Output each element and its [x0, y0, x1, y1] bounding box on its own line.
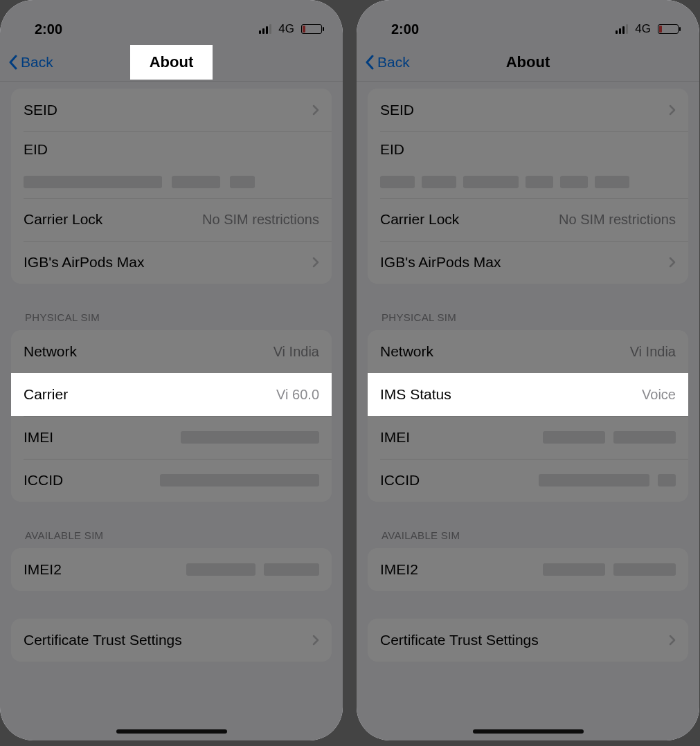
imei-label: IMEI: [380, 429, 410, 446]
ims-value: Voice: [642, 387, 676, 403]
carrier-lock-label: Carrier Lock: [380, 211, 459, 228]
imei2-label: IMEI2: [380, 561, 418, 578]
airpods-label: IGB's AirPods Max: [24, 254, 144, 271]
row-cert-trust[interactable]: Certificate Trust Settings: [368, 619, 688, 662]
network-value: Vi India: [273, 344, 319, 360]
redacted-value: [422, 176, 456, 188]
nav-header: Back About: [357, 43, 699, 82]
row-carrier-lock[interactable]: Carrier Lock No SIM restrictions: [368, 198, 688, 241]
row-ims-status[interactable]: IMS Status Voice: [368, 373, 688, 416]
home-indicator[interactable]: [116, 729, 227, 734]
chevron-right-icon: [669, 257, 676, 268]
chevron-left-icon: [365, 55, 375, 70]
row-eid[interactable]: EID: [368, 131, 688, 198]
eid-label: EID: [24, 141, 48, 158]
redacted-value: [560, 176, 588, 188]
cert-trust-label: Certificate Trust Settings: [24, 632, 182, 648]
redacted-value: [181, 431, 319, 444]
status-bar: 2:00 4G: [357, 0, 699, 43]
phone-left: 2:00 4G Back About SEID: [0, 0, 343, 740]
physical-sim-header: Physical SIM: [368, 284, 688, 330]
redacted-value: [264, 563, 319, 576]
row-carrier[interactable]: Carrier Vi 60.0: [11, 373, 332, 416]
chevron-left-icon: [8, 55, 18, 70]
seid-label: SEID: [380, 102, 414, 118]
cert-trust-label: Certificate Trust Settings: [380, 632, 539, 648]
page-title: About: [494, 51, 563, 74]
chevron-right-icon: [669, 635, 676, 646]
imei2-label: IMEI2: [24, 561, 62, 578]
row-imei2[interactable]: IMEI2: [368, 548, 688, 591]
network-type: 4G: [278, 22, 294, 36]
chevron-right-icon: [312, 104, 319, 116]
row-cert-trust[interactable]: Certificate Trust Settings: [11, 619, 332, 662]
carrier-lock-value: No SIM restrictions: [559, 212, 676, 228]
ims-label: IMS Status: [380, 386, 451, 403]
redacted-value: [230, 176, 255, 188]
redacted-value: [463, 176, 519, 188]
network-type: 4G: [635, 22, 651, 36]
home-indicator[interactable]: [473, 729, 584, 734]
carrier-label: Carrier: [24, 386, 68, 403]
chevron-right-icon: [312, 635, 319, 646]
row-eid[interactable]: EID: [11, 131, 332, 198]
iccid-label: ICCID: [24, 472, 63, 489]
carrier-lock-label: Carrier Lock: [24, 211, 102, 228]
row-iccid[interactable]: ICCID: [11, 459, 332, 502]
redacted-value: [380, 176, 415, 188]
row-airpods[interactable]: IGB's AirPods Max: [11, 241, 332, 284]
row-carrier-lock[interactable]: Carrier Lock No SIM restrictions: [11, 198, 332, 241]
row-seid[interactable]: SEID: [11, 89, 332, 131]
row-network[interactable]: Network Vi India: [11, 330, 332, 373]
redacted-value: [613, 563, 676, 576]
row-airpods[interactable]: IGB's AirPods Max: [368, 241, 688, 284]
battery-icon: [301, 24, 322, 34]
imei-label: IMEI: [24, 429, 53, 446]
network-label: Network: [380, 343, 433, 360]
battery-icon: [658, 24, 679, 34]
redacted-value: [526, 176, 553, 188]
redacted-value: [543, 563, 605, 576]
nav-header: Back About: [0, 43, 343, 82]
carrier-value: Vi 60.0: [276, 387, 319, 403]
redacted-value: [186, 563, 255, 576]
chevron-right-icon: [669, 104, 676, 116]
physical-sim-header: Physical SIM: [11, 284, 332, 330]
row-imei2[interactable]: IMEI2: [11, 548, 332, 591]
seid-label: SEID: [24, 102, 57, 118]
status-bar: 2:00 4G: [0, 0, 343, 43]
signal-icon: [616, 24, 628, 34]
back-button[interactable]: Back: [365, 43, 410, 81]
eid-label: EID: [380, 141, 404, 158]
chevron-right-icon: [312, 257, 319, 268]
status-time: 2:00: [391, 21, 419, 37]
page-title: About: [130, 45, 213, 80]
redacted-value: [24, 176, 162, 188]
row-seid[interactable]: SEID: [368, 89, 688, 131]
redacted-value: [172, 176, 220, 188]
carrier-lock-value: No SIM restrictions: [202, 212, 319, 228]
redacted-value: [658, 474, 676, 486]
back-button[interactable]: Back: [8, 43, 53, 81]
row-network[interactable]: Network Vi India: [368, 330, 688, 373]
available-sim-header: Available SIM: [11, 502, 332, 548]
status-time: 2:00: [35, 21, 62, 37]
network-value: Vi India: [630, 344, 676, 360]
redacted-value: [539, 474, 649, 486]
redacted-value: [595, 176, 629, 188]
back-label: Back: [21, 54, 53, 71]
phone-right: 2:00 4G Back About SEID: [357, 0, 699, 740]
row-imei[interactable]: IMEI: [11, 416, 332, 459]
available-sim-header: Available SIM: [368, 502, 688, 548]
row-iccid[interactable]: ICCID: [368, 459, 688, 502]
airpods-label: IGB's AirPods Max: [380, 254, 501, 271]
back-label: Back: [377, 54, 410, 71]
iccid-label: ICCID: [380, 472, 420, 489]
redacted-value: [160, 474, 319, 486]
redacted-value: [543, 431, 605, 444]
network-label: Network: [24, 343, 77, 360]
signal-icon: [259, 24, 271, 34]
row-imei[interactable]: IMEI: [368, 416, 688, 459]
redacted-value: [613, 431, 676, 444]
